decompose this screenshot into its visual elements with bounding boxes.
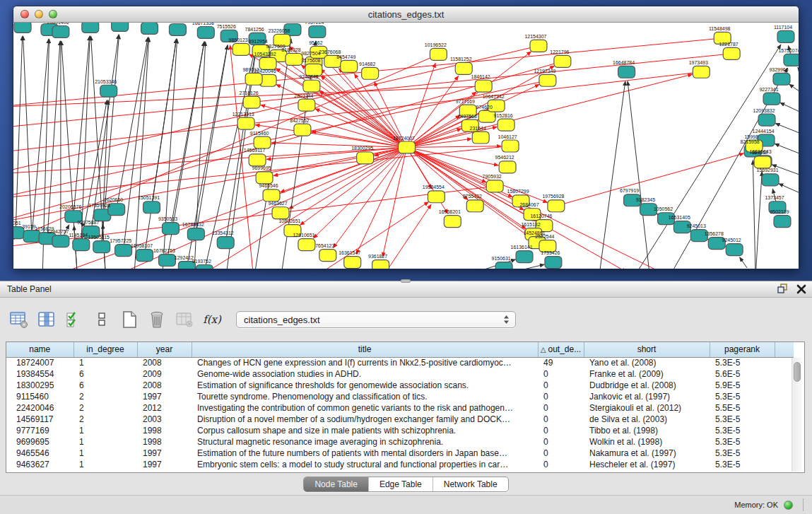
graph-node[interactable] bbox=[162, 223, 179, 235]
network-canvas-svg[interactable]: 1872400724055724205537182069140610653287… bbox=[13, 23, 799, 269]
graph-node[interactable] bbox=[466, 200, 483, 212]
graph-node[interactable] bbox=[272, 207, 289, 219]
row-height-icon[interactable] bbox=[93, 310, 111, 329]
graph-node[interactable] bbox=[100, 85, 117, 97]
graph-node[interactable] bbox=[726, 244, 743, 256]
graph-node[interactable] bbox=[52, 25, 69, 37]
graph-node[interactable] bbox=[196, 265, 213, 269]
graph-node[interactable] bbox=[357, 152, 374, 164]
graph-node[interactable] bbox=[243, 96, 260, 108]
graph-node[interactable] bbox=[93, 241, 110, 253]
table-settings-icon[interactable] bbox=[10, 310, 28, 329]
graph-node[interactable] bbox=[774, 216, 791, 228]
splitter-handle[interactable] bbox=[401, 279, 411, 283]
graph-node[interactable] bbox=[784, 54, 799, 66]
graph-node[interactable] bbox=[319, 250, 336, 262]
graph-node[interactable] bbox=[309, 25, 326, 37]
table-selector-dropdown[interactable]: citations_edges.txt bbox=[236, 311, 516, 328]
graph-node[interactable] bbox=[499, 161, 516, 173]
graph-node[interactable] bbox=[516, 251, 533, 263]
graph-node[interactable] bbox=[256, 172, 273, 184]
graph-node[interactable] bbox=[303, 80, 320, 92]
graph-node[interactable] bbox=[73, 239, 90, 251]
graph-node[interactable] bbox=[245, 73, 262, 85]
graph-node[interactable] bbox=[430, 48, 447, 60]
graph-node[interactable] bbox=[475, 80, 492, 92]
close-panel-icon[interactable] bbox=[796, 284, 806, 297]
table-row[interactable]: 1456911722003Disruption of a novel membe… bbox=[6, 414, 794, 425]
column-header-title[interactable]: title bbox=[192, 342, 538, 357]
graph-node[interactable] bbox=[237, 117, 254, 129]
network-canvas[interactable]: 1872400724055724205537182069140610653287… bbox=[13, 23, 799, 269]
function-builder-icon[interactable]: f(x) bbox=[203, 310, 221, 329]
graph-node[interactable] bbox=[141, 23, 158, 34]
graph-node[interactable] bbox=[693, 66, 710, 78]
graph-node[interactable] bbox=[444, 216, 461, 228]
tab-network-table[interactable]: Network Table bbox=[433, 477, 508, 491]
graph-node[interactable] bbox=[249, 154, 266, 166]
graph-node[interactable] bbox=[455, 62, 472, 74]
table-row[interactable]: 2242004622012Investigating the contribut… bbox=[6, 402, 794, 414]
graph-node[interactable] bbox=[298, 99, 315, 111]
graph-node[interactable] bbox=[554, 55, 571, 67]
column-header-out-de-[interactable]: △out_de... bbox=[538, 342, 584, 357]
graph-node[interactable] bbox=[233, 43, 249, 55]
graph-node[interactable] bbox=[115, 245, 132, 257]
tab-node-table[interactable]: Node Table bbox=[304, 477, 368, 491]
graph-node[interactable] bbox=[758, 114, 775, 126]
graph-node[interactable] bbox=[472, 132, 489, 144]
column-header-year[interactable]: year bbox=[137, 342, 192, 357]
graph-node[interactable] bbox=[187, 228, 204, 240]
graph-node[interactable] bbox=[495, 262, 512, 269]
tab-edge-table[interactable]: Edge Table bbox=[368, 477, 433, 491]
graph-node[interactable] bbox=[197, 26, 214, 38]
graph-node[interactable] bbox=[259, 57, 276, 69]
graph-node[interactable] bbox=[108, 204, 125, 216]
table-row[interactable]: 1830029562008Estimation of significance … bbox=[6, 380, 794, 391]
graph-node[interactable] bbox=[372, 260, 389, 269]
column-header-name[interactable]: name bbox=[6, 342, 73, 357]
table-row[interactable]: 977716911998Corpus callosum shape and si… bbox=[6, 425, 794, 436]
graph-node[interactable] bbox=[217, 237, 234, 249]
graph-node[interactable] bbox=[486, 180, 503, 192]
table-row[interactable]: 911546021997Tourette syndrome. Phenomeno… bbox=[6, 391, 794, 402]
graph-node[interactable] bbox=[545, 257, 562, 269]
graph-node[interactable] bbox=[548, 200, 565, 212]
graph-node[interactable] bbox=[254, 136, 271, 148]
table-row[interactable]: 1872400712008Changes of HCN gene express… bbox=[6, 357, 794, 368]
graph-node[interactable] bbox=[298, 239, 315, 251]
scrollbar-thumb[interactable] bbox=[794, 362, 801, 382]
graph-node[interactable] bbox=[618, 66, 635, 78]
graph-node[interactable] bbox=[14, 23, 31, 33]
graph-node[interactable] bbox=[286, 53, 302, 65]
graph-node[interactable] bbox=[539, 74, 556, 86]
graph-node[interactable] bbox=[341, 60, 358, 72]
graph-node[interactable] bbox=[169, 23, 186, 35]
graph-node[interactable] bbox=[399, 141, 416, 153]
delete-trash-icon[interactable] bbox=[148, 310, 166, 329]
graph-node[interactable] bbox=[763, 93, 780, 105]
graph-node[interactable] bbox=[498, 119, 514, 131]
table-row[interactable]: 946554611997Estimation of the future num… bbox=[6, 448, 794, 459]
graph-node[interactable] bbox=[159, 255, 176, 267]
graph-node[interactable] bbox=[754, 156, 771, 168]
column-header-short[interactable]: short bbox=[584, 342, 710, 357]
select-rows-icon[interactable] bbox=[65, 310, 83, 329]
table-row[interactable]: 1938455462009Genome-wide association stu… bbox=[6, 368, 794, 380]
float-panel-icon[interactable] bbox=[777, 284, 788, 297]
graph-node[interactable] bbox=[52, 235, 69, 247]
table-row[interactable]: 969969511998Structural magnetic resonanc… bbox=[6, 436, 794, 448]
table-row[interactable]: 946362711997Embryonic stem cells: a mode… bbox=[6, 459, 794, 470]
column-visibility-icon[interactable] bbox=[37, 310, 56, 329]
graph-node[interactable] bbox=[530, 40, 547, 52]
graph-node[interactable] bbox=[112, 23, 129, 31]
graph-node[interactable] bbox=[502, 140, 519, 152]
graph-node[interactable] bbox=[294, 124, 311, 136]
column-header-in-degree[interactable]: in_degree bbox=[73, 342, 137, 357]
graph-node[interactable] bbox=[762, 174, 779, 186]
memory-status-light[interactable] bbox=[784, 501, 793, 510]
graph-node[interactable] bbox=[362, 67, 379, 79]
new-table-icon[interactable] bbox=[120, 310, 139, 329]
graph-node[interactable] bbox=[344, 257, 361, 269]
vertical-scrollbar[interactable] bbox=[792, 358, 802, 472]
